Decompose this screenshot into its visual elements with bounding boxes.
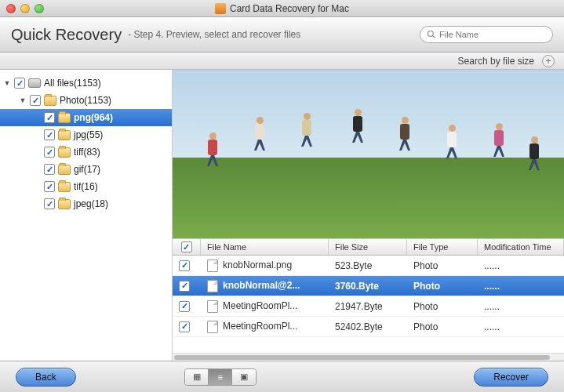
- tree-label: png(964): [74, 112, 113, 123]
- folder-icon: [44, 96, 56, 106]
- folder-icon: [58, 130, 71, 140]
- tree-label: All files(1153): [44, 78, 101, 89]
- table-body[interactable]: knobNormal.png523.BytePhoto......knobNor…: [173, 256, 564, 353]
- col-mod-time[interactable]: Modification Time: [478, 239, 564, 255]
- tree-label: jpg(55): [74, 129, 103, 140]
- window-titlebar: Card Data Recovery for Mac: [0, 0, 564, 17]
- tree-node-root[interactable]: ▼ All files(1153): [0, 74, 172, 92]
- header-bar: Quick Recovery - Step 4. Preview, select…: [0, 17, 564, 53]
- page-title: Quick Recovery: [11, 26, 122, 44]
- tree-node-photo[interactable]: ▼ Photo(1153): [0, 92, 172, 109]
- cell-file-name: knobNormal@2...: [223, 280, 300, 291]
- select-all-checkbox[interactable]: [181, 241, 192, 252]
- back-button[interactable]: Back: [16, 368, 76, 387]
- checkbox[interactable]: [179, 301, 190, 312]
- tree-node-category[interactable]: tif(16): [0, 178, 172, 195]
- svg-line-1: [433, 36, 435, 38]
- list-view-icon[interactable]: ≡: [209, 369, 232, 385]
- table-row[interactable]: knobNormal@2...3760.BytePhoto......: [173, 276, 564, 296]
- tree-label: tif(16): [74, 181, 98, 192]
- tree-node-category[interactable]: png(964): [0, 109, 172, 126]
- cell-file-type: Photo: [407, 281, 478, 292]
- cell-file-size: 52402.Byte: [329, 321, 407, 332]
- preview-pane: [173, 70, 564, 238]
- zoom-window-button[interactable]: [35, 4, 44, 13]
- checkbox[interactable]: [44, 129, 55, 140]
- checkbox[interactable]: [44, 198, 55, 209]
- table-row[interactable]: MeetingRoomPl...52402.BytePhoto......: [173, 317, 564, 337]
- table-row[interactable]: knobNormal.png523.BytePhoto......: [173, 256, 564, 276]
- checkbox[interactable]: [179, 321, 190, 332]
- cell-mod-time: ......: [478, 301, 564, 312]
- checkbox[interactable]: [44, 181, 55, 192]
- cell-mod-time: ......: [478, 260, 564, 271]
- tree-label: gif(17): [74, 164, 100, 175]
- file-tree[interactable]: ▼ All files(1153) ▼ Photo(1153) png(964)…: [0, 70, 173, 361]
- search-by-size-label[interactable]: Search by file size: [458, 56, 534, 67]
- checkbox[interactable]: [44, 164, 55, 175]
- tree-label: Photo(1153): [60, 95, 111, 106]
- col-file-type[interactable]: File Type: [407, 239, 478, 255]
- minimize-window-button[interactable]: [20, 4, 30, 13]
- tree-node-category[interactable]: jpg(55): [0, 126, 172, 143]
- footer-bar: Back ▦ ≡ ▣ Recover: [0, 361, 564, 392]
- table-row[interactable]: MeetingRoomPl...21947.BytePhoto......: [173, 296, 564, 317]
- checkbox[interactable]: [179, 281, 190, 292]
- tree-node-category[interactable]: gif(17): [0, 161, 172, 178]
- cell-file-name: MeetingRoomPl...: [223, 300, 297, 311]
- tree-label: tiff(83): [74, 147, 100, 158]
- cell-mod-time: ......: [478, 321, 564, 332]
- cell-file-size: 3760.Byte: [329, 281, 407, 292]
- folder-icon: [58, 182, 71, 192]
- cell-file-type: Photo: [407, 301, 478, 312]
- search-input[interactable]: [439, 30, 546, 39]
- cell-file-name: knobNormal.png: [223, 260, 292, 270]
- folder-icon: [58, 113, 71, 123]
- cell-file-type: Photo: [407, 321, 478, 332]
- app-icon: [215, 3, 226, 14]
- disclosure-triangle-icon[interactable]: ▼: [19, 96, 27, 104]
- window-title: Card Data Recovery for Mac: [230, 3, 349, 14]
- cell-file-type: Photo: [407, 260, 478, 271]
- cell-file-size: 523.Byte: [329, 260, 407, 271]
- folder-icon: [58, 147, 71, 158]
- file-icon: [207, 300, 218, 313]
- cell-file-size: 21947.Byte: [329, 301, 407, 312]
- page-subtitle: - Step 4. Preview, select and recover fi…: [128, 29, 300, 40]
- disclosure-triangle-icon[interactable]: ▼: [3, 79, 11, 87]
- close-window-button[interactable]: [6, 4, 16, 13]
- recover-button[interactable]: Recover: [474, 368, 548, 387]
- horizontal-scrollbar[interactable]: [173, 353, 564, 361]
- checkbox[interactable]: [14, 78, 25, 89]
- cell-file-name: MeetingRoomPl...: [223, 321, 297, 332]
- tree-node-category[interactable]: jpeg(18): [0, 195, 172, 212]
- cell-mod-time: ......: [478, 281, 564, 292]
- search-icon: [427, 30, 436, 39]
- file-icon: [207, 321, 218, 333]
- folder-icon: [58, 199, 71, 209]
- grid-view-icon[interactable]: ▦: [185, 369, 209, 385]
- view-mode-toggle[interactable]: ▦ ≡ ▣: [184, 368, 257, 386]
- checkbox[interactable]: [44, 112, 55, 123]
- checkbox[interactable]: [44, 147, 55, 158]
- checkbox[interactable]: [179, 260, 190, 271]
- detail-view-icon[interactable]: ▣: [232, 369, 256, 385]
- sub-toolbar: Search by file size +: [0, 53, 564, 70]
- tree-node-category[interactable]: tiff(83): [0, 143, 172, 161]
- search-field[interactable]: [420, 26, 553, 43]
- tree-label: jpeg(18): [74, 198, 108, 209]
- checkbox[interactable]: [30, 95, 41, 106]
- folder-icon: [58, 165, 71, 175]
- col-file-name[interactable]: File Name: [201, 239, 329, 255]
- file-icon: [207, 280, 218, 292]
- table-header: File Name File Size File Type Modificati…: [173, 238, 564, 256]
- svg-point-0: [428, 31, 434, 37]
- disk-icon: [28, 78, 41, 88]
- add-filter-button[interactable]: +: [542, 55, 555, 67]
- col-file-size[interactable]: File Size: [329, 239, 407, 255]
- file-icon: [207, 260, 218, 272]
